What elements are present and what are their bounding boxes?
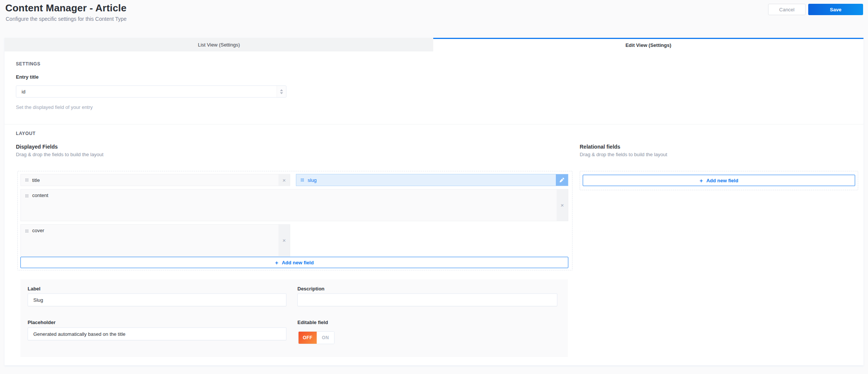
page-title: Content Manager - Article [5,2,126,14]
field-name: cover [32,228,44,233]
close-icon: × [283,177,286,183]
add-new-field-label: Add new field [706,178,739,183]
field-card-slug[interactable]: slug [296,174,568,186]
edit-field-button[interactable] [556,174,568,186]
drag-handle-icon[interactable] [25,194,28,197]
placeholder-input[interactable] [28,327,286,340]
toggle-on-button[interactable]: ON [317,332,334,344]
description-input[interactable] [297,293,557,306]
tab-edit-view-settings[interactable]: Edit View (Settings) [433,38,863,51]
add-new-field-label: Add new field [282,260,314,265]
plus-icon: + [700,178,703,183]
field-name: content [32,192,48,198]
pencil-icon [559,177,565,183]
entry-title-label: Entry title [16,74,39,80]
tab-list-view-settings[interactable]: List View (Settings) [5,38,433,51]
field-name: slug [308,177,317,183]
settings-section-title: SETTINGS [16,61,40,67]
save-button[interactable]: Save [808,4,863,15]
close-icon: × [283,237,286,244]
toggle-off-button[interactable]: OFF [299,332,317,344]
layout-section-title: LAYOUT [16,131,36,136]
displayed-fields-title: Displayed Fields [16,144,58,150]
remove-field-button[interactable]: × [278,174,290,186]
field-card-title[interactable]: title × [20,174,290,186]
label-field-label: Label [28,286,40,292]
field-card-cover[interactable]: cover × [20,224,290,256]
add-new-field-button-displayed[interactable]: + Add new field [20,257,568,268]
field-name: title [32,177,40,183]
editable-field-toggle: OFF ON [298,331,334,344]
entry-title-select-value: id [16,89,277,95]
editable-field-label: Editable field [297,320,328,325]
entry-title-help-text: Set the displayed field of your entry [16,104,93,110]
select-caret-icon [277,86,286,97]
close-icon: × [561,202,564,208]
field-edit-panel: Label Description Placeholder Editable f… [20,279,568,357]
remove-field-button[interactable]: × [278,225,290,256]
displayed-fields-subtitle: Drag & drop the fields to build the layo… [16,152,103,157]
description-field-label: Description [297,286,325,292]
label-input[interactable] [28,293,286,306]
drag-handle-icon[interactable] [25,230,28,233]
cancel-button[interactable]: Cancel [768,4,806,15]
section-divider [5,124,863,124]
remove-field-button[interactable]: × [557,189,568,221]
page-subtitle: Configure the specific settings for this… [6,16,127,22]
add-new-field-button-relational[interactable]: + Add new field [583,175,855,186]
entry-title-select[interactable]: id [16,85,286,98]
relational-fields-title: Relational fields [580,144,620,150]
plus-icon: + [275,260,278,265]
settings-card: List View (Settings) Edit View (Settings… [5,38,863,365]
relational-fields-subtitle: Drag & drop the fields to build the layo… [580,152,667,157]
drag-handle-icon[interactable] [25,178,28,182]
drag-handle-icon[interactable] [301,178,304,182]
field-card-content[interactable]: content × [20,189,568,221]
content-manager-settings-page: Content Manager - Article Configure the … [0,0,868,374]
placeholder-field-label: Placeholder [28,320,56,325]
